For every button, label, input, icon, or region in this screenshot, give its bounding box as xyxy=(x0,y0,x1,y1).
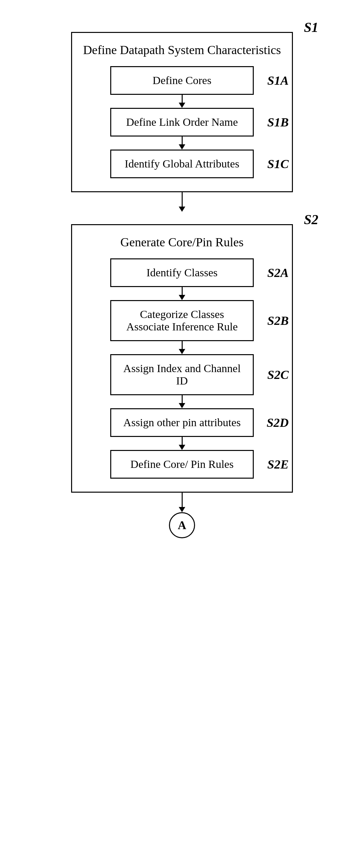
s2d-wrapper: Assign other pin attributes S2D xyxy=(110,408,254,437)
arrow-shaft xyxy=(182,437,183,445)
diagram-container: S1 Define Datapath System Characteristic… xyxy=(0,0,364,868)
s1c-label: S1C xyxy=(268,157,289,171)
arrow-head xyxy=(179,403,185,408)
arrow-shaft xyxy=(182,287,183,295)
s1a-box: Define Cores S1A xyxy=(110,66,254,95)
arrow-s2b-s2c xyxy=(179,341,185,354)
terminal-label: A xyxy=(178,518,186,532)
s2c-wrapper: Assign Index and Channel ID S2C xyxy=(110,354,254,395)
s2b-box: Categorize Classes Associate Inference R… xyxy=(110,300,254,341)
arrow-to-terminal xyxy=(179,493,185,512)
arrow-head xyxy=(179,445,185,450)
arrow-shaft xyxy=(182,493,183,507)
s2b-text: Categorize Classes Associate Inference R… xyxy=(126,308,238,333)
arrow-head xyxy=(179,103,185,108)
s2a-wrapper: Identify Classes S2A xyxy=(110,258,254,287)
arrow-head xyxy=(179,207,185,212)
s1-outer-box: Define Datapath System Characteristics D… xyxy=(71,32,293,192)
arrow-s2a-s2b xyxy=(179,287,185,300)
s1b-label: S1B xyxy=(268,115,289,129)
arrow-s2d-s2e xyxy=(179,437,185,450)
s1c-wrapper: Identify Global Attributes S1C xyxy=(110,150,254,178)
s2c-text: Assign Index and Channel ID xyxy=(123,362,241,387)
arrow-head xyxy=(179,295,185,300)
s1a-text: Define Cores xyxy=(152,74,212,86)
s2-label: S2 xyxy=(304,212,318,227)
s2e-wrapper: Define Core/ Pin Rules S2E xyxy=(110,450,254,478)
arrow-s1a-s1b xyxy=(179,95,185,108)
s2d-label: S2D xyxy=(267,415,289,430)
s1a-wrapper: Define Cores S1A xyxy=(110,66,254,95)
arrow-s2c-s2d xyxy=(179,395,185,408)
s2-outer-box: Generate Core/Pin Rules Identify Classes… xyxy=(71,224,293,493)
s2d-text: Assign other pin attributes xyxy=(123,416,241,429)
arrow-shaft xyxy=(182,95,183,103)
s1b-box: Define Link Order Name S1B xyxy=(110,108,254,136)
s2a-text: Identify Classes xyxy=(146,267,218,279)
s2-title: Generate Core/Pin Rules xyxy=(120,235,244,249)
s2e-label: S2E xyxy=(268,457,289,471)
s1c-box: Identify Global Attributes S1C xyxy=(110,150,254,178)
s1-title: Define Datapath System Characteristics xyxy=(83,43,281,57)
arrow-head xyxy=(179,349,185,354)
arrow-s1-s2 xyxy=(179,192,185,212)
s2c-label: S2C xyxy=(268,368,289,382)
terminal-circle: A xyxy=(169,512,195,538)
s2e-box: Define Core/ Pin Rules S2E xyxy=(110,450,254,478)
arrow-head xyxy=(179,144,185,150)
arrow-shaft xyxy=(182,192,183,207)
arrow-shaft xyxy=(182,341,183,349)
s2e-text: Define Core/ Pin Rules xyxy=(131,458,233,470)
arrow-head xyxy=(179,507,185,512)
s1a-label: S1A xyxy=(268,73,289,88)
arrow-s1b-s1c xyxy=(179,136,185,150)
s2b-label: S2B xyxy=(268,313,289,328)
s2a-label: S2A xyxy=(268,266,289,280)
s2a-box: Identify Classes S2A xyxy=(110,258,254,287)
s2b-wrapper: Categorize Classes Associate Inference R… xyxy=(110,300,254,341)
arrow-shaft xyxy=(182,136,183,144)
s1c-text: Identify Global Attributes xyxy=(124,158,239,170)
arrow-shaft xyxy=(182,395,183,403)
s1-label: S1 xyxy=(304,20,318,35)
s1b-text: Define Link Order Name xyxy=(126,116,238,128)
s2c-box: Assign Index and Channel ID S2C xyxy=(110,354,254,395)
s2d-box: Assign other pin attributes S2D xyxy=(110,408,254,437)
s1b-wrapper: Define Link Order Name S1B xyxy=(110,108,254,136)
